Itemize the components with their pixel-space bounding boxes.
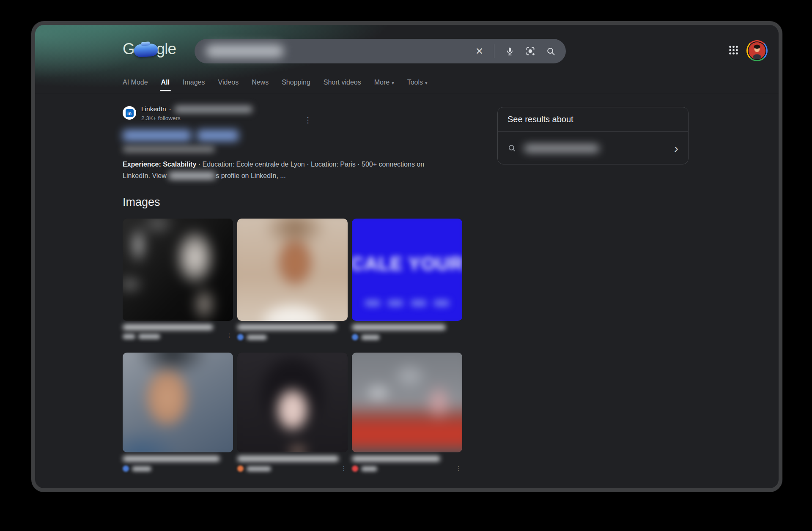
result-snippet: Experience: Scalability · Education: Eco… <box>123 159 452 181</box>
image-caption: ⋮ <box>352 456 462 472</box>
search-icon <box>508 144 516 153</box>
image-more-options-icon[interactable]: ⋮ <box>341 465 347 472</box>
see-results-about-title: See results about <box>498 107 688 131</box>
snippet-bold: Experience: Scalability <box>123 161 196 168</box>
image-thumbnail-blurred <box>352 353 462 452</box>
clear-search-icon[interactable]: ✕ <box>475 47 483 56</box>
source-favicon-small <box>237 465 244 472</box>
linkedin-favicon: in <box>123 106 136 120</box>
search-bar-divider <box>494 44 494 58</box>
search-query-blurred <box>206 44 284 58</box>
result-more-options-icon[interactable]: ⋮ <box>304 115 312 125</box>
image-caption <box>352 324 462 340</box>
logo-text-right: gle <box>156 40 176 58</box>
result-type-tabs: AI Mode All Images Videos News Shopping … <box>123 75 428 94</box>
linkedin-logo-icon: in <box>126 109 134 117</box>
search-input[interactable]: ✕ <box>195 39 566 63</box>
image-caption: ⋮ <box>123 324 233 339</box>
image-more-options-icon[interactable]: ⋮ <box>455 465 461 472</box>
image-thumbnail-blurred <box>123 219 233 321</box>
image-overlay-logos <box>352 300 462 307</box>
doodle-curling-stone-icon <box>134 43 158 57</box>
tab-ai-mode[interactable]: AI Mode <box>123 77 148 92</box>
search-submit-icon[interactable] <box>546 47 556 56</box>
image-thumbnail-blurred <box>237 219 348 321</box>
image-overlay-text: CALE YOUR <box>352 253 462 274</box>
image-thumbnail-blurred: CALE YOUR <box>352 219 462 321</box>
voice-search-icon[interactable] <box>505 47 515 56</box>
google-apps-grid-icon[interactable] <box>728 44 739 56</box>
image-result-1[interactable]: ⋮ <box>123 219 233 340</box>
image-thumbnail-blurred <box>123 353 233 452</box>
search-results-page: G gle ✕ <box>35 25 779 488</box>
image-more-options-icon[interactable]: ⋮ <box>226 332 232 339</box>
see-results-entity-row[interactable]: › <box>498 132 688 164</box>
tab-tools[interactable]: Tools▾ <box>407 77 428 92</box>
snippet-name-blurred <box>168 172 216 179</box>
image-caption: ⋮ <box>237 456 348 472</box>
chevron-right-icon: › <box>674 142 678 155</box>
image-result-5[interactable]: ⋮ <box>237 353 348 472</box>
google-lens-icon[interactable] <box>525 46 535 56</box>
source-separator: · <box>169 105 171 113</box>
image-thumbnail-blurred <box>237 353 348 452</box>
avatar-photo <box>748 41 766 60</box>
tab-news[interactable]: News <box>252 77 269 92</box>
result-source-row[interactable]: in LinkedIn · 2.3K+ followers ⋮ <box>123 105 457 121</box>
tabs-divider <box>35 94 779 94</box>
result-source-name: LinkedIn <box>141 105 166 113</box>
snippet-after: s profile on LinkedIn, ... <box>216 172 285 179</box>
see-results-about-card: See results about › <box>497 107 689 164</box>
tab-all[interactable]: All <box>161 77 170 92</box>
image-result-6[interactable]: ⋮ <box>352 353 462 472</box>
tab-shopping[interactable]: Shopping <box>282 77 310 92</box>
logo-text-left: G <box>123 40 134 58</box>
google-logo[interactable]: G gle <box>123 39 176 59</box>
image-caption <box>123 456 233 472</box>
caret-down-icon: ▾ <box>392 80 394 85</box>
image-result-2[interactable] <box>237 219 348 340</box>
profile-avatar[interactable] <box>746 40 768 61</box>
image-result-3[interactable]: CALE YOUR <box>352 219 462 340</box>
image-result-4[interactable] <box>123 353 233 472</box>
browser-window: G gle ✕ <box>31 21 782 492</box>
tab-videos[interactable]: Videos <box>218 77 239 92</box>
image-results-grid: ⋮ CALE YOUR <box>123 219 462 472</box>
result-subtitle-blurred <box>123 146 215 152</box>
linkedin-favicon-small <box>352 334 358 340</box>
result-followers: 2.3K+ followers <box>141 115 252 121</box>
entity-name-blurred <box>524 145 599 152</box>
caret-down-icon: ▾ <box>425 80 428 85</box>
result-title-link-blurred[interactable] <box>123 130 457 141</box>
tab-images[interactable]: Images <box>183 77 205 92</box>
search-result-linkedin: in LinkedIn · 2.3K+ followers ⋮ Experien… <box>123 105 457 181</box>
linkedin-favicon-small <box>123 465 129 472</box>
linkedin-favicon-small <box>237 334 244 340</box>
images-section-heading: Images <box>123 196 160 209</box>
result-url-blurred <box>174 106 252 113</box>
image-caption <box>237 324 348 340</box>
youtube-favicon-small <box>352 465 358 472</box>
tab-short-videos[interactable]: Short videos <box>324 77 361 92</box>
tab-more[interactable]: More▾ <box>374 77 394 92</box>
